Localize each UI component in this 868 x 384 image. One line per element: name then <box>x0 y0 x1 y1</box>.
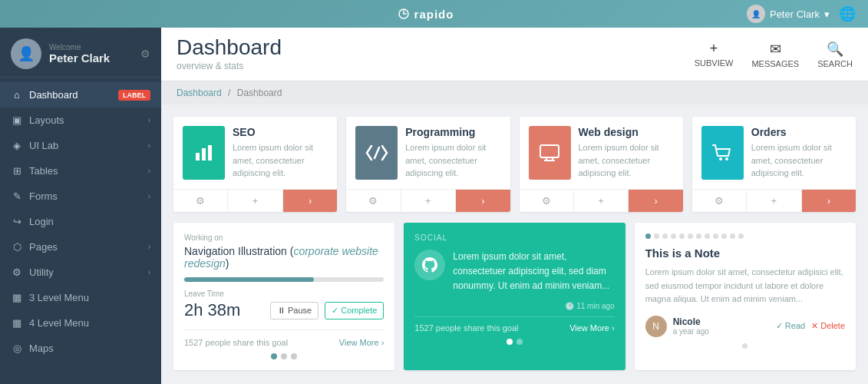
sidebar-profile: 👤 Welcome Peter Clark ⚙ <box>0 28 161 78</box>
note-top-dot[interactable] <box>730 233 735 239</box>
pause-button[interactable]: ⏸ Pause <box>270 302 318 319</box>
breadcrumb-home[interactable]: Dashboard <box>177 88 222 98</box>
social-dot-2[interactable] <box>517 339 523 345</box>
code-icon <box>365 144 388 161</box>
topbar: rapido 👤 Peter Clark ▾ 🌐 <box>0 0 868 28</box>
card-seo-title: SEO <box>233 126 328 138</box>
sidebar-item-tables[interactable]: ⊞ Tables › <box>0 158 161 184</box>
note-top-dot[interactable] <box>671 233 676 239</box>
sidebar-item-uilab[interactable]: ◈ UI Lab › <box>0 133 161 158</box>
prog-gear-button[interactable]: ⚙ <box>346 190 401 212</box>
nav-label: UI Lab <box>29 140 58 151</box>
nav-label: 4 Level Menu <box>29 317 89 329</box>
dot-1[interactable] <box>271 353 277 359</box>
sidebar-item-login[interactable]: ↪ Login <box>0 209 161 234</box>
sidebar-item-pages[interactable]: ⬡ Pages › <box>0 234 161 260</box>
card-seo-footer: ⚙ + › <box>173 189 337 212</box>
sidebar-item-3level[interactable]: ▦ 3 Level Menu <box>0 285 161 310</box>
note-title: This is a Note <box>645 247 845 260</box>
sidebar-item-forms[interactable]: ✎ Forms › <box>0 184 161 209</box>
web-gear-button[interactable]: ⚙ <box>520 190 574 212</box>
svg-rect-3 <box>208 145 212 161</box>
note-top-dot[interactable] <box>705 233 710 239</box>
note-top-dot[interactable] <box>696 233 701 239</box>
card-orders-title: Orders <box>751 126 847 138</box>
page-title-section: Dashboard overview & stats <box>177 37 282 71</box>
nav-label: Layouts <box>29 114 64 126</box>
note-author-time: a year ago <box>673 327 770 336</box>
leave-time-row: 2h 38m ⏸ Pause ✓ Complete <box>184 300 384 320</box>
seo-arrow-button[interactable]: › <box>283 190 337 212</box>
maps-icon: ◎ <box>11 343 23 354</box>
sidebar: 👤 Welcome Peter Clark ⚙ ⌂ Dashboard LABE… <box>0 28 161 384</box>
web-add-button[interactable]: + <box>574 190 629 212</box>
main-layout: 👤 Welcome Peter Clark ⚙ ⌂ Dashboard LABE… <box>0 28 868 384</box>
chevron-right-icon: › <box>148 192 150 200</box>
webdesign-icon-box <box>529 126 571 180</box>
note-top-dot[interactable] <box>654 233 659 239</box>
web-arrow-button[interactable]: › <box>629 190 682 212</box>
sidebar-item-4level[interactable]: ▦ 4 Level Menu <box>0 310 161 336</box>
4level-icon: ▦ <box>11 317 23 329</box>
subview-label: SUBVIEW <box>695 58 734 68</box>
note-read-button[interactable]: ✓ Read <box>776 321 805 331</box>
svg-rect-1 <box>196 153 200 161</box>
orders-gear-button[interactable]: ⚙ <box>692 190 747 212</box>
messages-label: MESSAGES <box>751 59 799 68</box>
seo-gear-button[interactable]: ⚙ <box>173 190 228 212</box>
card-prog-footer: ⚙ + › <box>346 189 510 212</box>
search-button[interactable]: 🔍 SEARCH <box>817 41 853 68</box>
social-view-more[interactable]: View More › <box>569 323 614 333</box>
svg-rect-5 <box>540 145 559 157</box>
note-delete-button[interactable]: ✕ Delete <box>811 321 845 331</box>
uilab-icon: ◈ <box>11 140 23 151</box>
messages-button[interactable]: ✉ MESSAGES <box>751 41 799 68</box>
orders-arrow-button[interactable]: › <box>802 190 856 212</box>
globe-icon[interactable]: 🌐 <box>839 5 856 22</box>
monitor-icon <box>539 144 560 162</box>
note-top-dot[interactable] <box>721 233 727 239</box>
nav-label: 3 Level Menu <box>29 292 89 303</box>
dot-2[interactable] <box>281 353 287 359</box>
note-bottom-dot[interactable] <box>742 343 748 349</box>
view-more-link[interactable]: View More › <box>339 338 384 347</box>
progress-bar-fill <box>184 277 314 282</box>
page-title: Dashboard <box>177 37 282 58</box>
note-top-dot[interactable] <box>713 233 718 239</box>
sidebar-item-dashboard[interactable]: ⌂ Dashboard LABEL <box>0 82 161 108</box>
orders-add-button[interactable]: + <box>747 190 801 212</box>
note-top-dot[interactable] <box>679 233 685 239</box>
topbar-logo-text: rapido <box>414 8 454 21</box>
sidebar-item-maps[interactable]: ◎ Maps <box>0 336 161 361</box>
note-top-dot[interactable] <box>738 233 744 239</box>
topbar-dropdown-icon[interactable]: ▾ <box>824 8 830 20</box>
card-web-title: Web design <box>579 126 674 138</box>
gear-icon[interactable]: ⚙ <box>140 48 150 60</box>
subview-button[interactable]: + SUBVIEW <box>695 41 734 68</box>
seo-add-button[interactable]: + <box>228 190 282 212</box>
complete-button[interactable]: ✓ Complete <box>325 302 384 319</box>
main-content: SEO Lorem ipsum dolor sit amet, consecte… <box>161 104 868 384</box>
note-top-dot[interactable] <box>662 233 668 239</box>
topbar-avatar: 👤 <box>747 5 765 23</box>
topbar-logo: rapido <box>398 8 454 21</box>
social-text: Lorem ipsum dolor sit amet, consectetuer… <box>453 250 614 294</box>
note-actions: ✓ Read ✕ Delete <box>776 321 845 331</box>
topbar-user[interactable]: 👤 Peter Clark ▾ <box>747 5 830 23</box>
social-dot-1[interactable] <box>507 339 513 345</box>
note-top-dot[interactable] <box>645 233 651 239</box>
header-actions: + SUBVIEW ✉ MESSAGES 🔍 SEARCH <box>695 41 853 68</box>
sidebar-item-layouts[interactable]: ▣ Layouts › <box>0 108 161 133</box>
prog-add-button[interactable]: + <box>401 190 456 212</box>
search-icon: 🔍 <box>827 41 843 58</box>
dot-3[interactable] <box>291 353 297 359</box>
pages-icon: ⬡ <box>11 241 23 253</box>
sidebar-item-utility[interactable]: ⚙ Utility › <box>0 260 161 285</box>
prog-arrow-button[interactable]: › <box>456 190 510 212</box>
nav-label: Dashboard <box>29 89 78 101</box>
seo-icon-box <box>183 126 225 180</box>
note-top-dot[interactable] <box>688 233 693 239</box>
svg-rect-2 <box>202 148 206 161</box>
working-title-italic: corporate website redesign <box>184 245 378 270</box>
content-area: Dashboard overview & stats + SUBVIEW ✉ M… <box>161 28 868 384</box>
